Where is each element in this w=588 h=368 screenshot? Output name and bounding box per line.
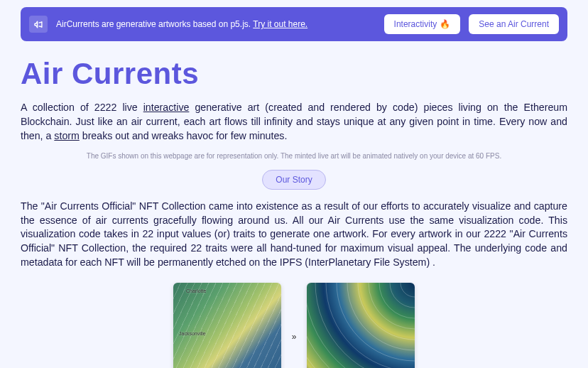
banner-text: AirCurrents are generative artworks base… xyxy=(56,19,376,29)
svg-point-12 xyxy=(307,283,415,368)
svg-point-4 xyxy=(369,283,415,329)
map-label-jacksonville: Jacksonville xyxy=(179,331,206,336)
transform-arrow-icon: » xyxy=(288,283,300,368)
announcement-banner: AirCurrents are generative artworks base… xyxy=(21,7,567,41)
svg-point-2 xyxy=(390,283,415,308)
interactivity-label: Interactivity xyxy=(394,19,437,29)
storm-link[interactable]: storm xyxy=(54,130,79,141)
svg-point-13 xyxy=(307,283,415,368)
model-map-image: Charlotte Jacksonville VENTUSKY xyxy=(173,283,281,368)
see-air-current-button[interactable]: See an Air Current xyxy=(469,14,559,34)
interactivity-button[interactable]: Interactivity 🔥 xyxy=(384,14,461,34)
fire-icon: 🔥 xyxy=(440,19,450,29)
svg-point-9 xyxy=(315,283,415,368)
intro-seg1: A collection of 2222 live xyxy=(21,102,143,113)
svg-point-10 xyxy=(307,283,415,368)
interactive-link[interactable]: interactive xyxy=(143,102,190,113)
svg-point-11 xyxy=(307,283,415,368)
story-paragraph: The "Air Currents Official" NFT Collecti… xyxy=(21,200,567,270)
disclaimer-text: The GIFs shown on this webpage are for r… xyxy=(21,152,567,160)
generated-art-image: VENTUSKY xyxy=(307,283,415,368)
megaphone-icon xyxy=(29,16,48,33)
our-story-button[interactable]: Our Story xyxy=(262,170,325,190)
intro-paragraph: A collection of 2222 live interactive ge… xyxy=(21,101,567,144)
intro-seg3: breaks out and wreaks havoc for few minu… xyxy=(80,130,288,141)
banner-try-link[interactable]: Try it out here. xyxy=(253,19,307,29)
svg-point-5 xyxy=(358,283,415,340)
map-label-charlotte: Charlotte xyxy=(186,288,206,293)
page-title: Air Currents xyxy=(21,57,567,91)
figure-row: Charlotte Jacksonville VENTUSKY Model ai… xyxy=(21,283,567,368)
svg-point-1 xyxy=(401,283,415,297)
banner-message: AirCurrents are generative artworks base… xyxy=(56,19,253,29)
